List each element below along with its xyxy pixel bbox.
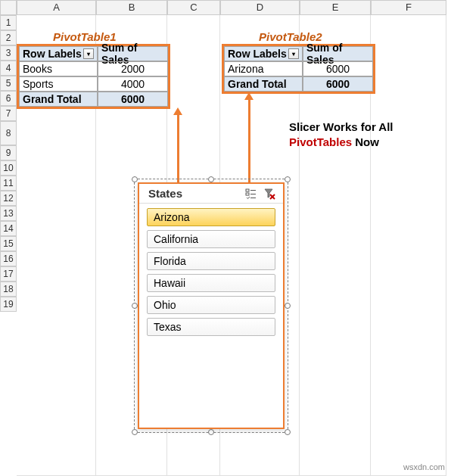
resize-handle-se[interactable] (285, 429, 291, 435)
clear-filter-icon[interactable] (263, 188, 275, 200)
pivot1-row-books[interactable]: Books (19, 61, 98, 76)
row-header-6[interactable]: 6 (0, 91, 17, 106)
slicer-item-texas[interactable]: Texas (147, 318, 275, 336)
pivot1-grandtotal-label[interactable]: Grand Total (19, 92, 98, 107)
pivot1-val-books[interactable]: 2000 (98, 61, 168, 76)
column-headers: A B C D E F (17, 0, 446, 15)
row-header-8[interactable]: 8 (0, 121, 17, 145)
row-header-10[interactable]: 10 (0, 160, 17, 176)
pivot2-filter-dropdown-icon[interactable]: ▾ (288, 48, 299, 59)
slicer-header[interactable]: States (139, 184, 283, 204)
callout-line1: Slicer Works for All (289, 120, 393, 133)
row-header-18[interactable]: 18 (0, 282, 17, 297)
col-header-c[interactable]: C (167, 0, 220, 15)
pivot2-sum-header: Sum of Sales (303, 46, 373, 61)
row-header-7[interactable]: 7 (0, 106, 17, 121)
resize-handle-s[interactable] (208, 429, 214, 435)
arrow-to-pivot2 (248, 98, 250, 185)
pivot1-row-sports[interactable]: Sports (19, 76, 98, 92)
slicer-item-arizona[interactable]: Arizona (147, 208, 275, 226)
arrow-to-pivot1 (177, 114, 179, 185)
row-header-4[interactable]: 4 (0, 61, 17, 76)
pivot1-rowlabels-header[interactable]: Row Labels ▾ (19, 46, 98, 61)
pivot2-row-arizona[interactable]: Arizona (224, 61, 303, 76)
pivot2-val-arizona[interactable]: 6000 (303, 61, 373, 76)
svg-rect-1 (246, 193, 249, 195)
pivot1-sum-header: Sum of Sales (98, 46, 168, 61)
pivot2-grandtotal-value[interactable]: 6000 (303, 76, 373, 92)
multiselect-icon[interactable] (245, 188, 257, 200)
resize-handle-nw[interactable] (132, 176, 138, 182)
pivot2-grandtotal-label[interactable]: Grand Total (224, 76, 303, 92)
callout-pivottables: PivotTables (289, 135, 352, 148)
slicer-states[interactable]: States Arizona California Florida Hawaii… (138, 182, 285, 429)
select-all-corner[interactable] (0, 0, 17, 15)
row-header-17[interactable]: 17 (0, 266, 17, 282)
pivottable1[interactable]: Row Labels ▾ Sum of Sales Books 2000 Spo… (17, 44, 170, 109)
resize-handle-w[interactable] (132, 303, 138, 309)
row-header-19[interactable]: 19 (0, 297, 17, 312)
slicer-item-hawaii[interactable]: Hawaii (147, 274, 275, 292)
row-header-15[interactable]: 15 (0, 236, 17, 251)
row-header-3[interactable]: 3 (0, 45, 17, 61)
row-headers: 1 2 3 4 5 6 7 8 9 10 11 12 13 14 15 16 1… (0, 15, 17, 312)
col-header-b[interactable]: B (96, 0, 167, 15)
resize-handle-ne[interactable] (285, 176, 291, 182)
row-header-2[interactable]: 2 (0, 30, 17, 45)
col-header-a[interactable]: A (17, 0, 96, 15)
pivot2-rowlabels-header[interactable]: Row Labels ▾ (224, 46, 303, 61)
pivottable2[interactable]: Row Labels ▾ Sum of Sales Arizona 6000 G… (222, 44, 375, 94)
pivot1-val-sports[interactable]: 4000 (98, 76, 168, 92)
pivot1-grandtotal-value[interactable]: 6000 (98, 92, 168, 107)
pivot2-rowlabels-text: Row Labels (228, 48, 287, 60)
slicer-item-california[interactable]: California (147, 230, 275, 248)
row-header-9[interactable]: 9 (0, 145, 17, 160)
pivot1-filter-dropdown-icon[interactable]: ▾ (83, 48, 94, 59)
row-header-5[interactable]: 5 (0, 76, 17, 91)
slicer-title: States (148, 187, 182, 200)
watermark: wsxdn.com (403, 462, 445, 471)
slicer-items: Arizona California Florida Hawaii Ohio T… (139, 204, 283, 344)
resize-handle-n[interactable] (208, 176, 214, 182)
resize-handle-sw[interactable] (132, 429, 138, 435)
pivot1-rowlabels-text: Row Labels (23, 48, 82, 60)
row-header-11[interactable]: 11 (0, 176, 17, 191)
col-header-d[interactable]: D (220, 0, 300, 15)
row-header-1[interactable]: 1 (0, 15, 17, 30)
row-header-13[interactable]: 13 (0, 206, 17, 221)
slicer-item-florida[interactable]: Florida (147, 252, 275, 270)
svg-rect-0 (246, 189, 249, 191)
col-header-e[interactable]: E (300, 0, 371, 15)
row-header-14[interactable]: 14 (0, 221, 17, 236)
col-header-f[interactable]: F (371, 0, 446, 15)
callout-now: Now (352, 135, 379, 148)
row-header-12[interactable]: 12 (0, 191, 17, 206)
callout-text: Slicer Works for All PivotTables Now (289, 120, 425, 149)
row-header-16[interactable]: 16 (0, 251, 17, 266)
slicer-item-ohio[interactable]: Ohio (147, 296, 275, 314)
resize-handle-e[interactable] (285, 303, 291, 309)
